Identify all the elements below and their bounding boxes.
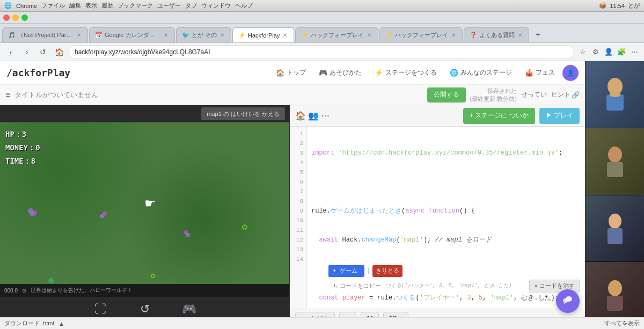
cut-popup-button[interactable]: きりとる: [372, 265, 402, 277]
tab-faq-label: よくある質問: [479, 31, 515, 39]
file-menu[interactable]: ファイル: [41, 2, 65, 10]
chat-icon: [561, 294, 574, 306]
settings-icon[interactable]: ⚙: [590, 47, 601, 57]
svg-point-1: [28, 208, 33, 214]
tab-calendar[interactable]: 📅 Google カレンダー - 2020年 6月 ✕: [89, 27, 175, 42]
tab-hackforplay3[interactable]: ⚡ ハックフォープレイ ✕: [379, 27, 463, 42]
copy-hint-preview: つくる('ハンター', 3, 5, 'map1', むき.した): [385, 281, 512, 291]
nav-howto[interactable]: 🎮 あそびかた: [313, 64, 367, 82]
os-app-icons: 🌐: [4, 2, 12, 9]
code-area: 1 2 3 4 5 6 7 8 9 10 11 12 13 14: [290, 127, 585, 309]
svg-point-32: [610, 92, 620, 97]
tab-calendar-close[interactable]: ✕: [163, 32, 169, 38]
show-all-label[interactable]: すべてを表示: [604, 320, 640, 326]
add-to-stage-button[interactable]: + ステージに ついか: [463, 108, 535, 124]
tab-twitter-favicon: 🐦: [182, 32, 189, 39]
play-button[interactable]: ▶ プレイ: [539, 108, 580, 124]
tab-twitter-close[interactable]: ✕: [219, 32, 225, 38]
line-numbers: 1 2 3 4 5 6 7 8 9 10 11 12 13 14: [290, 127, 307, 309]
fullscreen-icon: ⛶: [94, 302, 106, 316]
inline-code-popup[interactable]: + ゲーム コピーする | きりとる: [328, 265, 402, 277]
tab-nizi[interactable]: 🎵 （Nizi Project) Part 1... ✕: [2, 27, 88, 42]
tab-hackforplay2-close[interactable]: ✕: [366, 32, 372, 38]
game-canvas[interactable]: ✿ ✿ ✿ ✦ ✦ ✿ ✿ ✦: [0, 122, 289, 284]
home-nav-icon: 🏠: [276, 69, 284, 77]
editor-file-icons: 🏠 👥 ⋯: [295, 111, 330, 121]
tab-nizi-close[interactable]: ✕: [76, 32, 82, 38]
editor-toolbar: 🏠 👥 ⋯ + ステージに ついか ▶ プレイ: [290, 105, 585, 127]
game-popup-button[interactable]: + ゲーム: [328, 265, 362, 277]
back-button[interactable]: ‹: [4, 46, 17, 59]
tab-hackforplay3-label: ハックフォープレイ: [395, 31, 448, 39]
saved-info: 保存された (最終更新:数分前): [470, 87, 517, 103]
tab-hackforplay3-close[interactable]: ✕: [450, 32, 457, 38]
new-tab-button[interactable]: +: [530, 27, 545, 42]
extensions-icon[interactable]: 🧩: [616, 47, 627, 57]
webcam-slot-1: [586, 61, 644, 128]
forward-button[interactable]: ›: [20, 46, 33, 59]
nav-all-stages[interactable]: 🌐 みんなのステージ: [444, 64, 517, 82]
nav-create-stage[interactable]: ⚡ ステージをつくる: [369, 64, 442, 82]
more-icon[interactable]: ⋯: [629, 47, 640, 57]
tab-hackforplay2[interactable]: ⚡ ハックフォープレイ ✕: [295, 27, 378, 42]
hamburger-menu-icon[interactable]: ≡: [5, 90, 10, 100]
user-avatar[interactable]: 👤: [562, 65, 579, 81]
content-area: map1 の はいけいを かえる: [0, 105, 585, 329]
code-content[interactable]: import 'https://cdn.hackforplay.xyz/comm…: [307, 127, 585, 309]
page-toolbar: ≡ タイトルがついていません 公開する 保存された (最終更新:数分前) せって…: [0, 85, 585, 105]
howto-icon: 🎮: [319, 69, 327, 77]
url-input[interactable]: [69, 45, 574, 59]
tab-faq-favicon: ❓: [470, 32, 477, 39]
profile-icon[interactable]: 👤: [603, 47, 614, 57]
tab-hackforplay2-label: ハックフォープレイ: [311, 31, 364, 39]
editor-more-icon[interactable]: ⋯: [321, 111, 330, 121]
nav-fes[interactable]: 🎪 フェス: [519, 64, 560, 82]
person3-svg: [599, 209, 631, 247]
maximize-window-button[interactable]: [21, 14, 28, 21]
chat-bubble-button[interactable]: [556, 289, 580, 313]
download-label: ダウンロード .html: [4, 319, 54, 327]
copy-code-hint[interactable]: ↳ コードをコピー つくる('ハンター', 3, 5, 'map1', むき.し…: [334, 281, 512, 291]
bookmark-menu[interactable]: ブックマーク: [118, 2, 153, 10]
tab-nizi-label: （Nizi Project) Part 1...: [18, 31, 74, 39]
bookmark-icon[interactable]: ☆: [577, 47, 588, 57]
tab-hackforplay-close[interactable]: ✕: [282, 32, 288, 38]
svg-point-3: [100, 214, 104, 218]
view-menu[interactable]: 表示: [85, 2, 97, 10]
history-menu[interactable]: 履歴: [101, 2, 113, 10]
site-header: /ackforPlay 🏠 トップ 🎮 あそびかた ⚡ ステージをつくる 🌐 み…: [0, 61, 585, 85]
edit-menu[interactable]: 編集: [69, 2, 81, 10]
tab-faq-close[interactable]: ✕: [517, 32, 523, 38]
saved-time: (最終更新:数分前): [470, 95, 517, 103]
site-nav: 🏠 トップ 🎮 あそびかた ⚡ ステージをつくる 🌐 みんなのステージ 🎪: [270, 64, 579, 82]
reload-button[interactable]: ↺: [36, 46, 49, 59]
tab-hackforplay[interactable]: ⚡ HackforPlay ✕: [232, 27, 294, 42]
nav-top[interactable]: 🏠 トップ: [270, 64, 311, 82]
tab-faq[interactable]: ❓ よくある質問 ✕: [464, 27, 529, 42]
tab-hackforplay3-favicon: ⚡: [385, 32, 393, 39]
svg-point-8: [48, 278, 54, 283]
tab-menu[interactable]: タブ: [185, 2, 197, 10]
close-window-button[interactable]: [3, 14, 10, 21]
game-hud: HP：3 MONEY：0 TIME：8: [5, 128, 40, 169]
code-line-4: await Hack.changeMap('map1'); // map1 をロ…: [311, 235, 581, 245]
editor-home-icon[interactable]: 🏠: [295, 111, 306, 121]
window-menu[interactable]: ウィンドウ: [201, 2, 231, 10]
tab-twitter[interactable]: 🐦 とが その ✕: [176, 27, 231, 42]
os-status-icons: 📦 11:54 とが: [599, 2, 640, 10]
minimize-window-button[interactable]: [12, 14, 19, 21]
game-background: ✿ ✿ ✿ ✦ ✦ ✿ ✿ ✦: [0, 122, 289, 284]
editor-users-icon[interactable]: 👥: [308, 111, 319, 121]
change-bg-button[interactable]: map1 の はいけいを かえる: [201, 107, 285, 120]
fes-icon: 🎪: [525, 69, 533, 77]
home-button[interactable]: 🏠: [53, 46, 65, 59]
help-menu[interactable]: ヘルプ: [235, 2, 253, 10]
nav-top-label: トップ: [287, 68, 306, 77]
hint-button[interactable]: ヒント 🔗: [551, 90, 580, 99]
settings-button[interactable]: せってい: [521, 90, 547, 99]
publish-button[interactable]: 公開する: [427, 87, 466, 103]
webcam-sidebar: [585, 61, 644, 329]
svg-point-4: [103, 211, 107, 216]
user-menu[interactable]: ユーザー: [157, 2, 181, 10]
tab-calendar-favicon: 📅: [95, 32, 103, 39]
